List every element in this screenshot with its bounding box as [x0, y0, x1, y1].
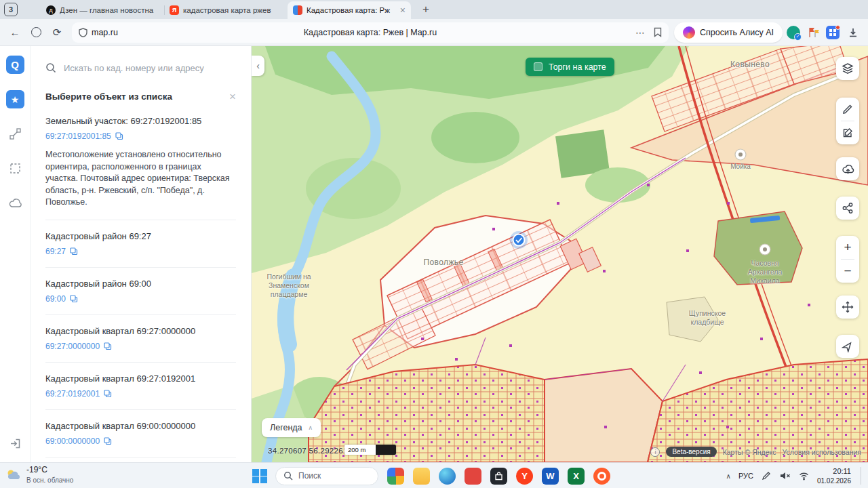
site-tool-strip: Q ★	[0, 46, 31, 462]
extension-consultant-icon[interactable]: ✓	[785, 24, 802, 41]
taskbar-app-red[interactable]	[465, 468, 481, 485]
dzen-favicon: Д	[46, 5, 56, 15]
cloud-upload-button[interactable]	[836, 157, 859, 180]
item-title: Кадастровый район 69:00	[45, 279, 236, 289]
back-button[interactable]: ←	[5, 23, 24, 42]
taskbar-app-excel[interactable]: X	[568, 468, 585, 485]
weather-temp: -19°C	[26, 465, 73, 476]
share-control	[836, 197, 859, 220]
taskbar-app-edge[interactable]	[439, 468, 456, 485]
site-security-icon[interactable]	[79, 28, 87, 37]
my-location-button[interactable]	[836, 335, 859, 358]
show-desktop-button[interactable]	[861, 467, 863, 485]
collapse-panel-button[interactable]: ‹	[252, 56, 264, 76]
object-list-panel: Выберите объект из списка × Земельный уч…	[31, 46, 252, 462]
taskbar-app-word[interactable]: W	[542, 468, 559, 485]
alice-label: Спросить Алису AI	[700, 28, 774, 37]
tab-yandex-search[interactable]: Я кадастровая карта ржев	[164, 1, 288, 19]
draw-vector-tool-button[interactable]	[6, 125, 24, 143]
extension-grid-icon[interactable]	[824, 24, 842, 41]
map-ru-logo[interactable]: Q	[6, 56, 24, 74]
list-item-quarter[interactable]: Кадастровый квартал 69:27:0000000 69:27:…	[45, 315, 236, 363]
terms-of-use-link[interactable]: Условия использования	[782, 448, 861, 456]
tray-expand-icon[interactable]: ∧	[726, 472, 731, 480]
browser-tab-bar: 3 Д Дзен — главная новостна Я кадастрова…	[0, 0, 868, 19]
blue-check-badge: ✓	[794, 33, 802, 41]
edit-button[interactable]	[836, 121, 859, 144]
url-box[interactable]: map.ru Кадастровая карта: Ржев | Map.ru …	[72, 22, 669, 43]
legend-button[interactable]: Легенда ∧	[262, 418, 321, 437]
map-ru-favicon	[293, 5, 302, 15]
cadastral-number-link[interactable]: 69:27:0000000	[45, 342, 236, 351]
browser-services-icon[interactable]	[26, 23, 45, 42]
close-tab-icon[interactable]: ×	[400, 5, 406, 15]
parcel-description: Местоположение установлено относительно …	[45, 149, 236, 209]
close-list-icon[interactable]: ×	[229, 91, 236, 102]
cadastral-number-link[interactable]: 69:27:0192001	[45, 389, 236, 399]
cadastral-number-link[interactable]: 69:27:0192001:85	[45, 131, 236, 141]
list-item-district[interactable]: Кадастровый район 69:27 69:27	[45, 220, 236, 268]
pan-button[interactable]	[836, 296, 859, 319]
taskbar-clock[interactable]: 20:11 01.02.2026	[817, 466, 851, 485]
taskbar-app-yandex-browser[interactable]: Y	[516, 468, 533, 485]
measure-button[interactable]	[836, 98, 859, 121]
copy-icon[interactable]	[104, 437, 112, 445]
share-button[interactable]	[836, 197, 859, 220]
system-tray: ∧ РУС 20:11 01.02.2026	[726, 463, 863, 488]
cadastral-number-link[interactable]: 69:00:0000000	[45, 436, 236, 446]
selected-parcel-marker[interactable]	[510, 231, 528, 249]
list-item-quarter[interactable]: Кадастровый квартал 69:00:0000000 69:00:…	[45, 410, 236, 458]
new-tab-button[interactable]: +	[418, 3, 434, 16]
list-item-district[interactable]: Кадастровый район 69:00 69:00	[45, 268, 236, 315]
extension-flags-icon[interactable]	[804, 24, 822, 41]
copy-icon[interactable]	[104, 342, 112, 350]
link-text: 69:27:0192001:85	[45, 131, 111, 141]
cadastral-number-link[interactable]: 69:00	[45, 294, 236, 304]
tab-counter-button[interactable]: 3	[4, 3, 18, 16]
ask-alice-button[interactable]: Спросить Алису AI	[674, 22, 783, 43]
speaker-muted-icon[interactable]	[779, 471, 791, 481]
cadastral-number-link[interactable]: 69:27	[45, 247, 236, 256]
favorites-tool-button[interactable]: ★	[6, 90, 24, 108]
pen-icon[interactable]	[761, 470, 772, 481]
copy-icon[interactable]	[115, 132, 123, 140]
share-icon	[842, 202, 854, 214]
copy-icon[interactable]	[104, 390, 112, 398]
wifi-icon[interactable]	[798, 471, 810, 481]
zoom-out-button[interactable]: −	[836, 260, 859, 283]
taskbar-app-widgets[interactable]	[387, 468, 404, 485]
taskbar-search[interactable]: Поиск	[275, 467, 378, 485]
clock-time: 20:11	[817, 466, 851, 476]
cadastral-search-input[interactable]	[64, 63, 236, 73]
login-exit-button[interactable]	[6, 434, 24, 453]
tab-cadastral-map[interactable]: Кадастровая карта: Рж ×	[288, 1, 411, 19]
item-title: Кадастровый квартал 69:27:0192001	[45, 373, 236, 384]
more-icon[interactable]: ⋯	[635, 27, 646, 38]
pan-arrows-icon	[842, 301, 854, 313]
taskbar-app-opera[interactable]	[593, 468, 610, 485]
info-icon[interactable]: i	[650, 447, 660, 457]
refresh-button[interactable]: ⟳	[47, 23, 66, 42]
bookmark-icon[interactable]	[654, 27, 662, 37]
zoom-in-button[interactable]: +	[836, 236, 859, 259]
list-item-quarter[interactable]: Кадастровый квартал 69:27:0192001 69:27:…	[45, 363, 236, 410]
layers-button[interactable]	[836, 57, 859, 80]
yandex-favicon: Я	[170, 5, 179, 15]
area-select-tool-button[interactable]	[6, 159, 24, 178]
cloud-tool-button[interactable]	[6, 194, 24, 212]
taskbar-app-explorer[interactable]	[413, 468, 430, 485]
map-canvas[interactable]	[252, 46, 868, 462]
taskbar-weather-widget[interactable]: -19°C В осн. облачно	[5, 465, 73, 485]
downloads-button[interactable]	[844, 23, 863, 42]
start-button[interactable]	[252, 469, 267, 483]
language-indicator[interactable]: РУС	[738, 472, 753, 480]
copy-icon[interactable]	[70, 295, 78, 303]
trades-on-map-toggle[interactable]: Торги на карте	[526, 58, 614, 76]
trades-checkbox[interactable]	[534, 62, 542, 71]
trades-label: Торги на карте	[549, 62, 606, 72]
list-item-parcel[interactable]: Земельный участок: 69:27:0192001:85 69:2…	[45, 105, 236, 220]
taskbar-app-store[interactable]	[490, 468, 507, 485]
exit-door-icon	[9, 438, 21, 449]
tab-dzen[interactable]: Д Дзен — главная новостна	[41, 1, 164, 19]
copy-icon[interactable]	[70, 247, 78, 256]
